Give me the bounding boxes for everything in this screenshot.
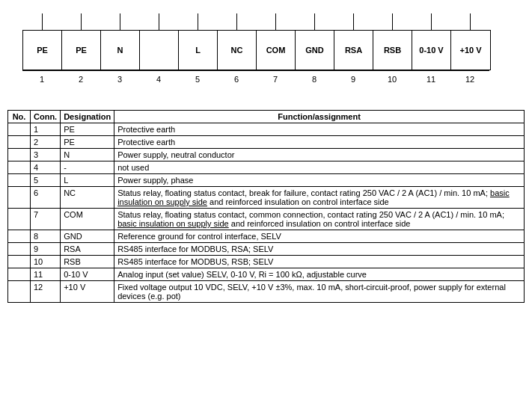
cell-desig: PE (61, 136, 114, 149)
pin-col-11 (412, 13, 450, 30)
connector-cell-5: L (179, 31, 218, 70)
cell-desig: RSB (61, 256, 114, 268)
cell-desig: - (61, 161, 114, 174)
connector-cell-11: 0-10 V (412, 31, 451, 70)
cell-no (8, 123, 31, 136)
pin-line-12 (470, 13, 471, 30)
cell-desig bold: NC (61, 187, 114, 209)
pin-col-4 (139, 13, 178, 30)
number-10: 10 (373, 71, 412, 87)
cell-no (8, 268, 31, 281)
cell-no (8, 281, 31, 303)
connector-cell-12: +10 V (451, 31, 490, 70)
cell-conn: 10 (31, 256, 61, 268)
pin-line-2 (81, 13, 82, 30)
cell-no (8, 243, 31, 256)
number-7: 7 (256, 71, 295, 87)
number-6: 6 (217, 71, 256, 87)
cell-func: Fixed voltage output 10 VDC, SELV, +10 V… (114, 281, 525, 303)
connector-cell-9: RSA (334, 31, 373, 70)
cell-no (8, 187, 31, 209)
cell-conn: 9 (31, 243, 61, 256)
cell-func: Status relay, floating status contact, b… (114, 187, 525, 209)
pin-col-1 (22, 13, 61, 30)
table-header-row: No. Conn. Designation Function/assignmen… (8, 111, 525, 123)
table-row: 7 COM Status relay, floating status cont… (8, 209, 525, 230)
number-8: 8 (295, 71, 334, 87)
cell-conn: 12 (31, 281, 61, 303)
number-1: 1 (22, 71, 61, 87)
table-row: 6 NC Status relay, floating status conta… (8, 187, 525, 209)
cell-func: Power supply, neutral conductor (114, 149, 525, 161)
table-row: 5 L Power supply, phase (8, 174, 525, 187)
header-func: Function/assignment (114, 111, 525, 123)
connector-cell-4 (140, 31, 179, 70)
pin-line-6 (236, 13, 237, 30)
number-5: 5 (178, 71, 217, 87)
cell-conn: 5 (31, 174, 61, 187)
pins-row (22, 13, 489, 30)
cell-desig: +10 V (61, 281, 114, 303)
pin-line-3 (120, 13, 120, 30)
number-4: 4 (139, 71, 178, 87)
cell-no (8, 174, 31, 187)
table-row: 8 GND Reference ground for control inter… (8, 230, 525, 243)
pin-col-9 (334, 13, 373, 30)
cell-conn: 3 (31, 149, 61, 161)
connector-cell-3: N (101, 31, 140, 70)
cell-no (8, 230, 31, 243)
cell-no (8, 209, 31, 230)
cell-desig: PE (61, 123, 114, 136)
pin-col-3 (100, 13, 139, 30)
cell-desig: RSA (61, 243, 114, 256)
table-row: 3 N Power supply, neutral conductor (8, 149, 525, 161)
connector-cell-2: PE (62, 31, 101, 70)
pin-col-2 (61, 13, 100, 30)
number-9: 9 (334, 71, 373, 87)
pin-col-8 (295, 13, 334, 30)
cell-func: Analog input (set value) SELV, 0-10 V, R… (114, 268, 525, 281)
header-conn: Conn. (31, 111, 61, 123)
connector-body: PE PE N L NC COM GND RSA RSB 0-10 V +10 … (22, 30, 491, 70)
pin-col-5 (178, 13, 217, 30)
connector-cell-7: COM (257, 31, 296, 70)
cell-no (8, 136, 31, 149)
cell-func: Status relay, floating status contact, c… (114, 209, 525, 230)
cell-no (8, 161, 31, 174)
table-row: 10 RSB RS485 interface for MODBUS, RSB; … (8, 256, 525, 268)
pin-line-4 (159, 13, 159, 30)
table-row: 12 +10 V Fixed voltage output 10 VDC, SE… (8, 281, 525, 303)
cell-func: RS485 interface for MODBUS, RSB; SELV (114, 256, 525, 268)
cell-conn: 1 (31, 123, 61, 136)
number-11: 11 (412, 71, 450, 87)
cell-desig: COM (61, 209, 114, 230)
pin-line-5 (198, 13, 198, 30)
pin-line-1 (42, 13, 43, 30)
cell-desig: N (61, 149, 114, 161)
cell-func: Reference ground for control interface, … (114, 230, 525, 243)
number-2: 2 (61, 71, 100, 87)
connector-diagram: PE PE N L NC COM GND RSA RSB 0-10 V +10 … (22, 13, 517, 87)
table-row: 9 RSA RS485 interface for MODBUS, RSA; S… (8, 243, 525, 256)
cell-desig: 0-10 V (61, 268, 114, 281)
pin-col-12 (450, 13, 489, 30)
cell-conn: 6 (31, 187, 61, 209)
connector-cell-6: NC (218, 31, 257, 70)
pin-table: No. Conn. Designation Function/assignmen… (7, 110, 525, 303)
cell-desig: L (61, 174, 114, 187)
cell-desig: GND (61, 230, 114, 243)
header-desig: Designation (61, 111, 114, 123)
pin-line-9 (353, 13, 354, 30)
cell-func: not used (114, 161, 525, 174)
cell-conn: 11 (31, 268, 61, 281)
header-no: No. (8, 111, 31, 123)
pin-col-10 (373, 13, 412, 30)
cell-func: Protective earth (114, 123, 525, 136)
connector-cell-1: PE (23, 31, 62, 70)
table-section: No. Conn. Designation Function/assignmen… (0, 102, 532, 310)
pin-col-7 (256, 13, 295, 30)
diagram-section: PE PE N L NC COM GND RSA RSB 0-10 V +10 … (0, 0, 532, 95)
cell-conn: 8 (31, 230, 61, 243)
number-3: 3 (100, 71, 139, 87)
pin-line-8 (314, 13, 315, 30)
